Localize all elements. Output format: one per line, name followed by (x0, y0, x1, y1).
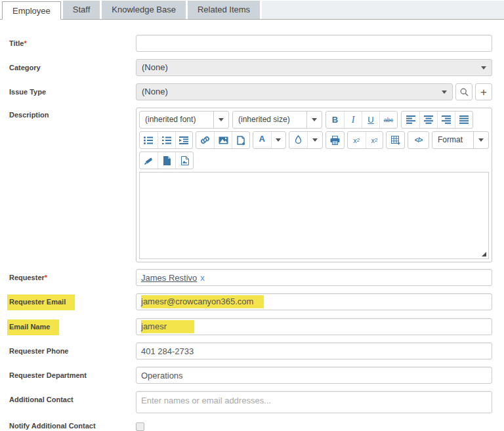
chevron-down-icon (276, 138, 281, 142)
print-button[interactable] (326, 132, 344, 148)
editor-toolbar-row-1: (inherited font) (inherited size) B I U … (139, 111, 489, 129)
font-color-dropdown[interactable] (271, 132, 286, 148)
font-family-value: (inherited font) (140, 112, 213, 128)
resize-handle[interactable] (482, 252, 486, 257)
requester-email-label: Requester Email (9, 293, 136, 310)
chevron-down-icon (312, 138, 318, 142)
title-input[interactable] (136, 35, 492, 52)
additional-contact-row: Additional Contact Enter names or email … (9, 391, 492, 413)
align-center-icon (424, 115, 433, 124)
image-icon (219, 136, 228, 144)
new-document-button[interactable] (158, 152, 175, 169)
editor-content-area[interactable] (139, 172, 489, 259)
category-selected-value: (None) (142, 62, 168, 72)
source-code-button[interactable]: </> (408, 132, 429, 148)
requester-field[interactable]: James Restivo x (136, 269, 492, 286)
insert-table-button[interactable] (387, 132, 404, 148)
insert-image-button[interactable] (214, 132, 232, 148)
issue-type-search-button[interactable] (455, 83, 472, 100)
format-brush-icon (144, 156, 154, 165)
subscript-button[interactable]: x2 (348, 132, 366, 148)
chevron-down-icon[interactable] (213, 112, 228, 128)
underline-button[interactable]: U (362, 112, 379, 128)
title-label-text: Title (9, 39, 24, 47)
tab-bar: Employee Staff Knowledge Base Related It… (0, 0, 504, 20)
requester-person-link[interactable]: James Restivo (141, 273, 197, 283)
description-label: Description (9, 108, 136, 119)
superscript-index: 2 (375, 137, 377, 143)
employee-form: Title* Category (None) Issue Type (None)… (0, 20, 504, 431)
editor-toolbar-row-2: A x2 (139, 131, 489, 149)
font-color-button[interactable]: A (253, 132, 271, 148)
description-row: Description (inherited font) (inherited … (9, 108, 492, 262)
category-select[interactable]: (None) (136, 59, 492, 76)
requester-phone-input[interactable] (136, 342, 492, 359)
superscript-button[interactable]: x2 (366, 132, 383, 148)
page-break-button[interactable] (232, 132, 249, 148)
requester-department-row: Requester Department (9, 367, 492, 384)
additional-contact-input[interactable]: Enter names or email addresses... (136, 391, 492, 413)
requester-department-label: Requester Department (9, 367, 136, 379)
font-size-dropdown[interactable]: (inherited size) (232, 111, 322, 129)
new-document-icon (163, 156, 171, 165)
page-break-plus-icon (236, 136, 245, 145)
align-justify-button[interactable] (455, 112, 472, 128)
editor-toolbar-row-3 (139, 152, 489, 169)
chevron-down-icon (481, 66, 486, 70)
requester-phone-label: Requester Phone (9, 342, 136, 355)
document-tools-group (139, 152, 194, 169)
print-icon (330, 136, 340, 145)
italic-button[interactable]: I (344, 112, 362, 128)
table-plus-icon (391, 136, 400, 145)
strikethrough-button[interactable]: abc (379, 112, 397, 128)
numbered-list-button[interactable] (158, 132, 175, 148)
category-label: Category (9, 59, 136, 72)
indent-button[interactable] (175, 132, 193, 148)
indent-icon (179, 136, 188, 144)
chevron-down-icon[interactable] (473, 132, 488, 148)
link-icon (200, 135, 210, 145)
notify-additional-contact-checkbox[interactable] (136, 422, 144, 431)
bullet-list-icon (144, 136, 153, 144)
email-name-label-text: Email Name (7, 319, 59, 335)
requester-label: Requester* (9, 269, 136, 281)
chevron-down-icon[interactable] (306, 112, 322, 128)
align-left-icon (406, 115, 415, 124)
requester-remove-link[interactable]: x (200, 273, 205, 283)
code-group: </> (408, 131, 429, 149)
numbered-list-icon (162, 136, 171, 144)
tab-staff[interactable]: Staff (63, 1, 100, 19)
insert-image-file-button[interactable] (175, 152, 193, 169)
tab-related-items[interactable]: Related Items (188, 1, 260, 19)
issue-type-add-button[interactable]: + (475, 83, 492, 100)
requester-department-input[interactable] (136, 367, 492, 384)
issue-type-row: Issue Type (None) + (9, 83, 492, 100)
align-center-button[interactable] (419, 112, 437, 128)
align-left-button[interactable] (402, 112, 419, 128)
issue-type-select[interactable]: (None) (136, 83, 453, 100)
rich-text-editor: (inherited font) (inherited size) B I U … (136, 108, 492, 262)
notify-additional-contact-row: Notify Additional Contact (9, 421, 492, 431)
highlight-color-group (289, 131, 323, 149)
requester-label-text: Requester (9, 274, 45, 281)
bullet-list-button[interactable] (140, 132, 158, 148)
tab-knowledge-base[interactable]: Knowledge Base (102, 1, 186, 19)
align-right-button[interactable] (437, 112, 455, 128)
title-label: Title* (9, 35, 136, 47)
requester-email-field[interactable]: jamesr@crowcanyon365.com (136, 293, 492, 310)
format-brush-button[interactable] (140, 152, 158, 169)
email-name-label: Email Name (9, 318, 136, 335)
email-name-field[interactable]: jamesr (136, 318, 492, 335)
font-color-group: A (253, 131, 287, 149)
additional-contact-label: Additional Contact (9, 391, 136, 403)
highlight-color-button[interactable] (289, 132, 307, 148)
list-group (139, 131, 193, 149)
highlight-color-dropdown[interactable] (307, 132, 322, 148)
font-family-dropdown[interactable]: (inherited font) (139, 111, 229, 129)
bold-button[interactable]: B (326, 112, 344, 128)
requester-email-row: Requester Email jamesr@crowcanyon365.com (9, 293, 492, 310)
tab-employee[interactable]: Employee (2, 1, 61, 20)
plus-icon: + (480, 87, 487, 98)
link-button[interactable] (196, 132, 214, 148)
format-dropdown[interactable]: Format (432, 131, 489, 149)
